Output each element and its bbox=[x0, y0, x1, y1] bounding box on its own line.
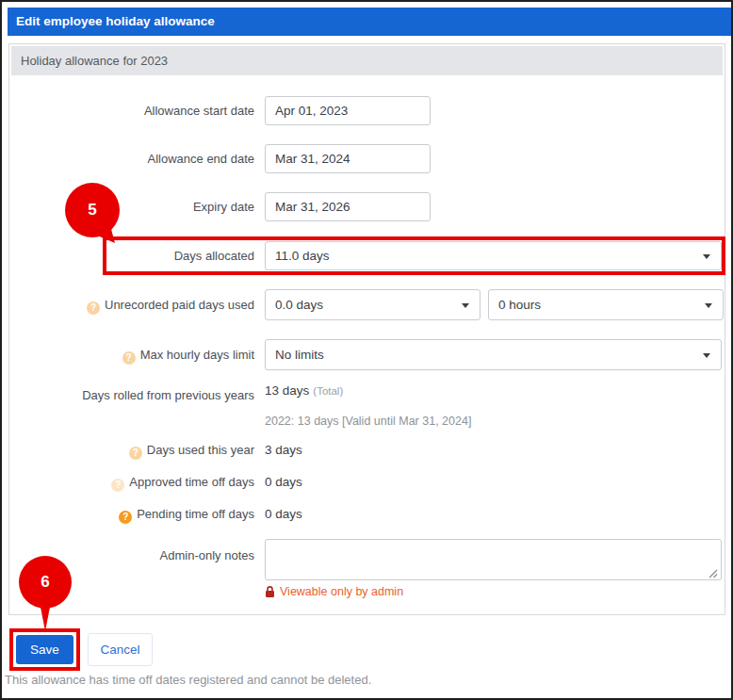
approved-label: ?Approved time off days bbox=[19, 473, 254, 492]
expiry-date-input[interactable]: Mar 31, 2026 bbox=[265, 192, 431, 221]
admin-notes-textarea[interactable] bbox=[265, 539, 722, 580]
help-icon[interactable]: ? bbox=[87, 301, 100, 315]
allowance-end-input[interactable]: Mar 31, 2024 bbox=[265, 144, 431, 173]
chevron-down-icon bbox=[705, 303, 712, 308]
days-used-value: 3 days bbox=[265, 441, 302, 460]
max-hourly-label-text: Max hourly days limit bbox=[140, 348, 254, 362]
dialog-title: Edit employee holiday allowance bbox=[16, 14, 215, 28]
days-rolled-label: Days rolled from previous years bbox=[19, 386, 254, 405]
pending-label-text: Pending time off days bbox=[137, 507, 254, 521]
approved-value: 0 days bbox=[265, 473, 302, 492]
help-icon[interactable]: ? bbox=[122, 351, 136, 365]
help-icon[interactable]: ? bbox=[111, 479, 124, 492]
days-used-label-text: Days used this year bbox=[147, 443, 254, 457]
lock-icon bbox=[265, 586, 275, 598]
pending-label: ?Pending time off days bbox=[19, 505, 254, 524]
approved-label-text: Approved time off days bbox=[129, 475, 254, 489]
allowance-end-value: Mar 31, 2024 bbox=[275, 152, 350, 166]
chevron-down-icon bbox=[703, 254, 710, 259]
allowance-panel bbox=[8, 43, 725, 615]
allowance-start-value: Apr 01, 2023 bbox=[275, 104, 348, 118]
expiry-date-label: Expiry date bbox=[19, 192, 254, 221]
days-rolled-detail: 2022: 13 days [Valid until Mar 31, 2024] bbox=[265, 413, 471, 430]
allowance-start-input[interactable]: Apr 01, 2023 bbox=[265, 96, 431, 125]
pending-value: 0 days bbox=[265, 505, 302, 524]
deletion-note: This allowance has time off dates regist… bbox=[5, 673, 371, 687]
unrecorded-hours-select[interactable]: 0 hours bbox=[488, 289, 724, 320]
admin-only-hint: Viewable only by admin bbox=[265, 584, 403, 599]
section-title: Holiday allowance for 2023 bbox=[21, 54, 168, 68]
dialog-title-bar: Edit employee holiday allowance bbox=[8, 8, 731, 36]
allowance-end-label: Allowance end date bbox=[19, 144, 254, 173]
unrecorded-days-value: 0.0 days bbox=[275, 298, 323, 312]
unrecorded-label-text: Unrecorded paid days used bbox=[105, 298, 254, 312]
days-rolled-total-suffix: (Total) bbox=[313, 385, 343, 397]
days-allocated-value: 11.0 days bbox=[275, 249, 330, 263]
unrecorded-hours-value: 0 hours bbox=[498, 298, 541, 312]
unrecorded-label: ?Unrecorded paid days used bbox=[19, 290, 254, 319]
chevron-down-icon bbox=[703, 353, 710, 358]
help-icon[interactable]: ? bbox=[119, 511, 132, 524]
days-rolled-total: 13 days(Total) bbox=[265, 382, 343, 400]
admin-notes-label: Admin-only notes bbox=[19, 546, 254, 565]
days-allocated-label: Days allocated bbox=[19, 241, 254, 270]
days-allocated-select[interactable]: 11.0 days bbox=[265, 241, 722, 270]
admin-only-hint-text: Viewable only by admin bbox=[280, 584, 403, 599]
resize-handle-icon[interactable] bbox=[709, 569, 718, 578]
cancel-button[interactable]: Cancel bbox=[88, 633, 153, 666]
max-hourly-value: No limits bbox=[275, 348, 324, 362]
unrecorded-days-select[interactable]: 0.0 days bbox=[265, 289, 481, 320]
edit-holiday-allowance-dialog: Edit employee holiday allowance Holiday … bbox=[0, 0, 733, 700]
section-header: Holiday allowance for 2023 bbox=[11, 46, 723, 75]
help-icon[interactable]: ? bbox=[129, 447, 142, 460]
allowance-start-label: Allowance start date bbox=[19, 96, 254, 125]
chevron-down-icon bbox=[462, 303, 469, 308]
days-rolled-total-value: 13 days bbox=[265, 383, 309, 398]
expiry-date-value: Mar 31, 2026 bbox=[275, 200, 350, 214]
max-hourly-select[interactable]: No limits bbox=[265, 339, 722, 370]
save-button[interactable]: Save bbox=[16, 635, 73, 664]
days-used-label: ?Days used this year bbox=[19, 441, 254, 460]
max-hourly-label: ?Max hourly days limit bbox=[19, 340, 254, 369]
